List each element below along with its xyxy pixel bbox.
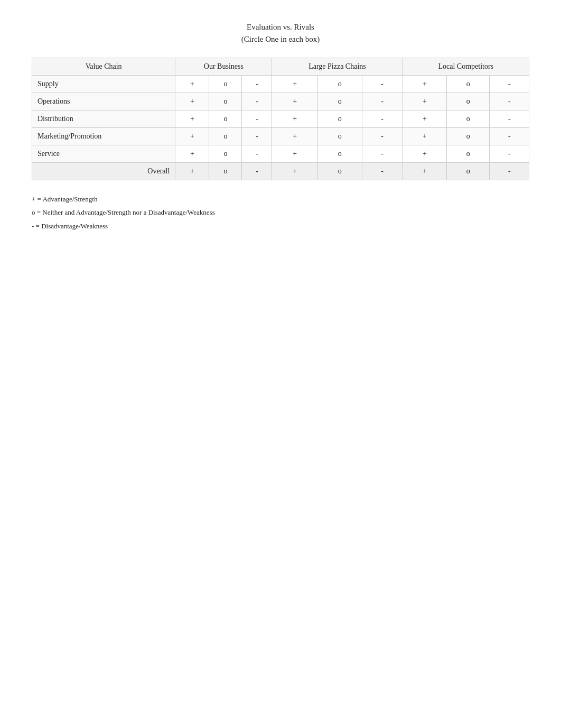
row-label-operations: Operations xyxy=(32,93,175,110)
cell-operations-our-business-o: o xyxy=(209,93,242,110)
cell-overall-local-competitors-o: o xyxy=(447,163,490,180)
cell-marketing-promotion-local-competitors-plus: + xyxy=(403,128,447,145)
cell-supply-large-pizza-chains-minus: - xyxy=(362,76,403,93)
cell-distribution-our-business-minus: - xyxy=(242,110,272,128)
cell-operations-local-competitors-plus: + xyxy=(403,93,447,110)
cell-distribution-our-business-o: o xyxy=(209,110,242,128)
cell-operations-large-pizza-chains-minus: - xyxy=(362,93,403,110)
row-label-marketing-promotion: Marketing/Promotion xyxy=(32,128,175,145)
cell-service-our-business-o: o xyxy=(209,145,242,163)
cell-overall-our-business-plus: + xyxy=(175,163,209,180)
table-row-supply: Supply+o-+o-+o- xyxy=(32,76,529,93)
table-row-distribution: Distribution+o-+o-+o- xyxy=(32,110,529,128)
cell-marketing-promotion-our-business-plus: + xyxy=(175,128,209,145)
col-header-value-chain: Value Chain xyxy=(32,58,175,76)
cell-operations-large-pizza-chains-o: o xyxy=(317,93,362,110)
cell-marketing-promotion-our-business-o: o xyxy=(209,128,242,145)
cell-supply-our-business-o: o xyxy=(209,76,242,93)
evaluation-table: Value Chain Our Business Large Pizza Cha… xyxy=(32,58,529,180)
cell-service-our-business-plus: + xyxy=(175,145,209,163)
cell-overall-local-competitors-plus: + xyxy=(403,163,447,180)
legend-plus: + = Advantage/Strength xyxy=(32,193,529,205)
legend-minus: - = Disadvantage/Weakness xyxy=(32,220,529,232)
legend: + = Advantage/Strength o = Neither and A… xyxy=(32,193,529,232)
row-label-overall: Overall xyxy=(32,163,175,180)
cell-supply-large-pizza-chains-o: o xyxy=(317,76,362,93)
cell-overall-our-business-minus: - xyxy=(242,163,272,180)
cell-distribution-large-pizza-chains-plus: + xyxy=(272,110,317,128)
cell-overall-large-pizza-chains-o: o xyxy=(317,163,362,180)
table-row-operations: Operations+o-+o-+o- xyxy=(32,93,529,110)
cell-marketing-promotion-large-pizza-chains-o: o xyxy=(317,128,362,145)
col-header-large-pizza-chains: Large Pizza Chains xyxy=(272,58,403,76)
cell-distribution-local-competitors-o: o xyxy=(447,110,490,128)
cell-operations-our-business-minus: - xyxy=(242,93,272,110)
cell-supply-local-competitors-o: o xyxy=(447,76,490,93)
cell-marketing-promotion-local-competitors-o: o xyxy=(447,128,490,145)
cell-operations-local-competitors-o: o xyxy=(447,93,490,110)
cell-supply-local-competitors-minus: - xyxy=(490,76,529,93)
cell-service-local-competitors-minus: - xyxy=(490,145,529,163)
cell-supply-our-business-minus: - xyxy=(242,76,272,93)
row-label-distribution: Distribution xyxy=(32,110,175,128)
table-row-marketing-promotion: Marketing/Promotion+o-+o-+o- xyxy=(32,128,529,145)
cell-service-our-business-minus: - xyxy=(242,145,272,163)
cell-overall-large-pizza-chains-plus: + xyxy=(272,163,317,180)
cell-service-large-pizza-chains-minus: - xyxy=(362,145,403,163)
cell-distribution-large-pizza-chains-minus: - xyxy=(362,110,403,128)
cell-supply-large-pizza-chains-plus: + xyxy=(272,76,317,93)
cell-marketing-promotion-our-business-minus: - xyxy=(242,128,272,145)
row-label-supply: Supply xyxy=(32,76,175,93)
table-row-service: Service+o-+o-+o- xyxy=(32,145,529,163)
cell-overall-local-competitors-minus: - xyxy=(490,163,529,180)
legend-o: o = Neither and Advantage/Strength nor a… xyxy=(32,206,529,218)
cell-marketing-promotion-large-pizza-chains-minus: - xyxy=(362,128,403,145)
cell-distribution-local-competitors-plus: + xyxy=(403,110,447,128)
col-header-local-competitors: Local Competitors xyxy=(403,58,529,76)
cell-service-large-pizza-chains-plus: + xyxy=(272,145,317,163)
cell-service-local-competitors-plus: + xyxy=(403,145,447,163)
cell-marketing-promotion-local-competitors-minus: - xyxy=(490,128,529,145)
col-header-our-business: Our Business xyxy=(175,58,272,76)
cell-supply-local-competitors-plus: + xyxy=(403,76,447,93)
cell-service-large-pizza-chains-o: o xyxy=(317,145,362,163)
page-title: Evaluation vs. Rivals (Circle One in eac… xyxy=(32,21,529,45)
cell-overall-large-pizza-chains-minus: - xyxy=(362,163,403,180)
cell-supply-our-business-plus: + xyxy=(175,76,209,93)
cell-distribution-large-pizza-chains-o: o xyxy=(317,110,362,128)
row-label-service: Service xyxy=(32,145,175,163)
cell-marketing-promotion-large-pizza-chains-plus: + xyxy=(272,128,317,145)
cell-operations-our-business-plus: + xyxy=(175,93,209,110)
cell-overall-our-business-o: o xyxy=(209,163,242,180)
cell-service-local-competitors-o: o xyxy=(447,145,490,163)
cell-operations-large-pizza-chains-plus: + xyxy=(272,93,317,110)
cell-operations-local-competitors-minus: - xyxy=(490,93,529,110)
table-row-overall: Overall+o-+o-+o- xyxy=(32,163,529,180)
cell-distribution-local-competitors-minus: - xyxy=(490,110,529,128)
cell-distribution-our-business-plus: + xyxy=(175,110,209,128)
